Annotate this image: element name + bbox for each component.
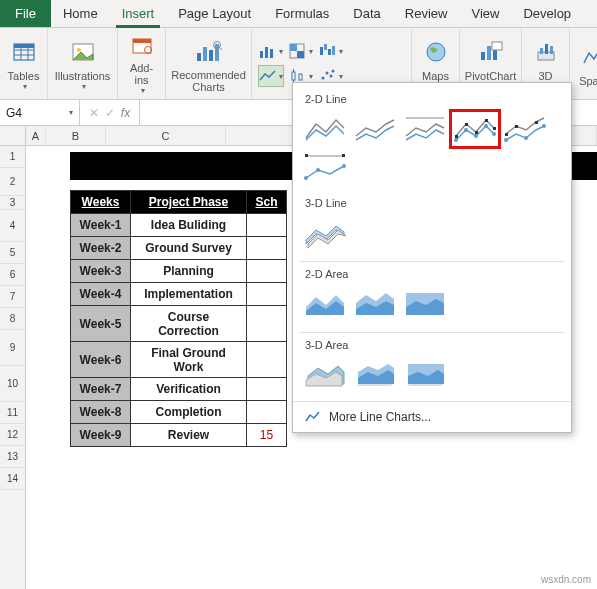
svg-point-33 [330, 75, 333, 78]
row-header[interactable]: 3 [0, 196, 25, 210]
sparklines-group[interactable]: Spark [570, 28, 597, 99]
sparklines-label: Spark [579, 75, 597, 87]
fx-icon[interactable]: fx [121, 106, 130, 120]
percent-stacked-line-thumb[interactable] [401, 111, 449, 147]
row-header[interactable]: 5 [0, 242, 25, 264]
file-tab[interactable]: File [0, 0, 51, 27]
row-header[interactable]: 11 [0, 402, 25, 424]
developer-tab[interactable]: Develop [511, 0, 583, 27]
svg-rect-42 [545, 44, 548, 54]
svg-point-65 [316, 168, 320, 172]
row-header[interactable]: 1 [0, 146, 25, 168]
col-header[interactable]: B [46, 126, 106, 145]
svg-rect-43 [550, 46, 553, 54]
svg-rect-27 [292, 72, 295, 80]
col-header[interactable]: A [26, 126, 46, 145]
3d-stacked-area-thumb[interactable] [351, 357, 399, 393]
enter-icon[interactable]: ✓ [105, 106, 115, 120]
name-box-value: G4 [6, 106, 22, 120]
name-box[interactable]: G4 ▾ [0, 100, 80, 125]
area-thumb[interactable] [301, 286, 349, 322]
row-headers: 1 2 3 4 5 6 7 8 9 10 11 12 13 14 [0, 126, 26, 589]
column-chart-button[interactable]: ▾ [258, 40, 284, 62]
svg-rect-62 [305, 154, 308, 157]
addins-group[interactable]: Add- ins ▾ [118, 28, 166, 99]
cancel-icon[interactable]: ✕ [89, 106, 99, 120]
select-all[interactable] [0, 126, 25, 146]
svg-rect-22 [297, 51, 304, 58]
row-header[interactable]: 7 [0, 286, 25, 308]
data-tab[interactable]: Data [341, 0, 392, 27]
svg-rect-41 [540, 48, 543, 54]
row-header[interactable]: 12 [0, 424, 25, 446]
section-2d-area: 2-D Area [293, 264, 571, 284]
home-tab[interactable]: Home [51, 0, 110, 27]
svg-rect-38 [493, 49, 497, 60]
stacked-line-thumb[interactable] [351, 111, 399, 147]
svg-point-50 [454, 138, 458, 142]
table-row: Week-7Verification [71, 378, 287, 401]
illustrations-label: Illustrations [55, 70, 111, 82]
addins-label: Add- ins [124, 62, 159, 86]
svg-point-32 [326, 72, 329, 75]
formulas-tab[interactable]: Formulas [263, 0, 341, 27]
hierarchy-chart-button[interactable]: ▾ [288, 40, 314, 62]
line-chart-button[interactable]: ▾ [258, 65, 284, 87]
recommended-charts-label: Recommended Charts [171, 69, 246, 93]
line-markers-thumb[interactable] [451, 111, 499, 147]
illustrations-group[interactable]: Illustrations ▾ [48, 28, 118, 99]
insert-tab[interactable]: Insert [110, 0, 167, 27]
stacked-line-markers-thumb[interactable] [501, 111, 549, 147]
line-chart-thumb[interactable] [301, 111, 349, 147]
svg-point-34 [332, 70, 335, 73]
view-tab[interactable]: View [459, 0, 511, 27]
3d-area-thumb[interactable] [301, 357, 349, 393]
tables-group[interactable]: Tables ▾ [0, 28, 48, 99]
chevron-down-icon: ▾ [141, 86, 145, 95]
svg-rect-25 [328, 49, 331, 55]
section-3d-area: 3-D Area [293, 335, 571, 355]
stacked-area-thumb[interactable] [351, 286, 399, 322]
row-header[interactable]: 4 [0, 210, 25, 242]
svg-rect-47 [475, 131, 478, 134]
row-header[interactable]: 9 [0, 330, 25, 366]
3d-label: 3D [538, 70, 552, 82]
chevron-down-icon: ▾ [23, 82, 27, 91]
project-table: Weeks Project Phase Sch Week-1Idea Bulid… [70, 190, 287, 447]
table-row: Week-8Completion [71, 401, 287, 424]
svg-rect-55 [505, 133, 508, 136]
row-header[interactable]: 14 [0, 468, 25, 490]
svg-rect-48 [485, 119, 488, 122]
svg-rect-11 [197, 53, 201, 61]
svg-rect-56 [515, 125, 518, 128]
svg-point-64 [304, 176, 308, 180]
percent-stacked-area-thumb[interactable] [401, 286, 449, 322]
recommended-charts-group[interactable]: Recommended Charts [166, 28, 252, 99]
row-header[interactable]: 10 [0, 366, 25, 402]
waterfall-chart-button[interactable]: ▾ [318, 40, 344, 62]
review-tab[interactable]: Review [393, 0, 460, 27]
row-header[interactable]: 6 [0, 264, 25, 286]
sparkline-icon [578, 41, 598, 73]
svg-rect-12 [203, 47, 207, 61]
table-row: Week-1Idea Buliding [71, 214, 287, 237]
line-chart-icon [305, 410, 321, 424]
col-header[interactable]: C [106, 126, 226, 145]
svg-point-58 [504, 138, 508, 142]
svg-point-66 [342, 164, 346, 168]
pagelayout-tab[interactable]: Page Layout [166, 0, 263, 27]
addins-icon [126, 32, 158, 60]
svg-rect-46 [465, 123, 468, 126]
table-row: Week-5Course Correction [71, 306, 287, 342]
3d-line-thumb[interactable] [301, 215, 349, 251]
section-2d-line: 2-D Line [293, 89, 571, 109]
row-header[interactable]: 8 [0, 308, 25, 330]
svg-rect-14 [215, 44, 219, 61]
row-header[interactable]: 2 [0, 168, 25, 196]
chevron-down-icon: ▾ [69, 108, 73, 117]
percent-stacked-line-markers-thumb[interactable] [301, 149, 349, 185]
more-line-charts[interactable]: More Line Charts... [293, 401, 571, 432]
table-row: Week-2Ground Survey [71, 237, 287, 260]
3d-percent-area-thumb[interactable] [401, 357, 449, 393]
row-header[interactable]: 13 [0, 446, 25, 468]
